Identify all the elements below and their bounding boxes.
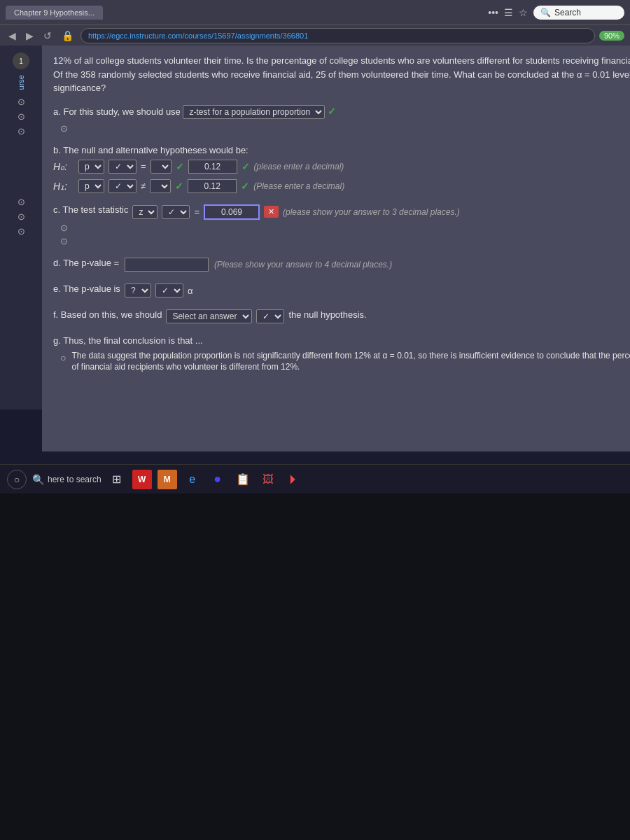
part-a-checkmark: ✓ xyxy=(328,106,336,117)
part-c: c. The test statistic z ✓ = ✕ (please sh… xyxy=(53,204,630,246)
h1-value-input[interactable] xyxy=(188,179,237,193)
search-magnifier-icon: 🔍 xyxy=(32,474,44,485)
part-f-suffix: the null hypothesis. xyxy=(288,309,366,320)
star-icon[interactable]: ☆ xyxy=(519,7,528,18)
desktop-area xyxy=(0,493,630,840)
taskbar-grid-icon[interactable]: ⊞ xyxy=(107,470,127,489)
part-d: d. The p-value = (Please show your answe… xyxy=(53,258,630,272)
h1-value-checkmark: ✓ xyxy=(241,181,249,192)
part-b: b. The null and alternative hypotheses w… xyxy=(53,145,630,193)
h0-value-checkmark: ✓ xyxy=(241,161,250,172)
test-stat-symbol-select[interactable]: z xyxy=(132,205,158,219)
part-a: a. For this study, we should use z-test … xyxy=(53,105,630,134)
h0-blank-select[interactable] xyxy=(150,160,172,174)
part-a-radio[interactable]: ⊙ xyxy=(60,123,68,134)
part-e: e. The p-value is ? < > = ✓ α xyxy=(53,284,630,298)
conclusion-text: The data suggest the population proporti… xyxy=(71,350,630,374)
browser-tab[interactable]: Chapter 9 Hypothesis... xyxy=(6,6,103,20)
address-input[interactable] xyxy=(80,28,595,43)
lock-icon: 🔒 xyxy=(59,29,76,43)
start-button[interactable]: ○ xyxy=(7,470,27,489)
browser-top-bar: Chapter 9 Hypothesis... ••• ☰ ☆ 🔍 Search xyxy=(0,0,630,24)
part-e-label: e. The p-value is xyxy=(53,284,120,294)
test-stat-input[interactable] xyxy=(204,204,260,220)
taskbar-edge-icon[interactable]: e xyxy=(183,470,202,489)
part-a-text: a. For this study, we should use xyxy=(53,106,181,117)
h0-checkmark: ✓ xyxy=(176,161,184,172)
taskbar-word-icon[interactable]: W xyxy=(132,470,152,489)
conclusion-option: ○ The data suggest the population propor… xyxy=(60,350,630,374)
search-box[interactable]: 🔍 Search xyxy=(533,6,624,20)
h0-label: H₀: xyxy=(53,161,74,172)
part-f-label: f. Based on this, we should xyxy=(53,309,162,320)
part-a-select[interactable]: z-test for a population proportion xyxy=(183,105,325,119)
sidebar-left: 1 urse ⊙ ⊙ ⊙ ⊙ ⊙ ⊙ xyxy=(0,46,42,410)
pvalue-note: (Please show your answer to 4 decimal pl… xyxy=(214,260,392,270)
address-bar-row: ◀ ▶ ↺ 🔒 90% xyxy=(0,24,630,46)
refresh-button[interactable]: ↺ xyxy=(41,29,55,43)
read-icon[interactable]: ☰ xyxy=(504,7,513,18)
h1-neq-label: ≠ xyxy=(141,181,146,191)
h1-symbol-select[interactable]: p xyxy=(78,179,104,193)
h1-operator-select[interactable]: ✓ xyxy=(108,179,136,193)
taskbar-search-area: 🔍 here to search xyxy=(32,474,102,485)
h1-row: H₁: p ✓ ≠ ✓ ✓ (Please enter a decimal) xyxy=(53,179,630,193)
part-g-label: g. Thus, the final conclusion is that ..… xyxy=(53,335,630,346)
taskbar-media-icon[interactable]: ⏵ xyxy=(284,470,303,489)
part-f-select[interactable]: Select an answer reject fail to reject xyxy=(166,309,252,323)
conclusion-radio[interactable]: ○ xyxy=(60,351,66,365)
part-e-check-select[interactable]: ✓ xyxy=(155,284,183,298)
h1-checkmark: ✓ xyxy=(175,181,183,192)
sidebar-radio-1[interactable]: ⊙ xyxy=(18,97,25,107)
part-e-compare-select[interactable]: ? < > = xyxy=(125,284,151,298)
h1-label: H₁: xyxy=(53,181,74,192)
sidebar-label: urse xyxy=(17,75,25,90)
tab-area: Chapter 9 Hypothesis... xyxy=(6,6,484,20)
h0-operator-select[interactable]: ✓ = xyxy=(108,160,136,174)
search-icon: 🔍 xyxy=(540,8,551,18)
part-c-label: c. The test statistic xyxy=(53,204,128,215)
taskbar: ○ 🔍 here to search ⊞ W M e ● 📋 🖼 ⏵ xyxy=(0,464,630,493)
h1-placeholder: (Please enter a decimal) xyxy=(253,181,344,191)
part-f: f. Based on this, we should Select an an… xyxy=(53,309,630,324)
clear-button[interactable]: ✕ xyxy=(264,206,279,218)
test-stat-row: c. The test statistic z ✓ = ✕ (please sh… xyxy=(53,204,630,220)
taskbar-blue-icon[interactable]: ● xyxy=(208,470,227,489)
zoom-badge[interactable]: 90% xyxy=(599,31,624,41)
part-a-label: a. For this study, we should use z-test … xyxy=(53,105,630,119)
part-e-alpha: α xyxy=(188,286,193,296)
pvalue-input[interactable] xyxy=(125,258,209,272)
sidebar-radio-5[interactable]: ⊙ xyxy=(18,211,25,222)
h0-row: H₀: p ✓ = = ✓ ✓ (please enter a decimal) xyxy=(53,160,630,174)
browser-icons: ••• ☰ ☆ 🔍 Search xyxy=(488,6,624,20)
course-badge[interactable]: 1 xyxy=(13,52,29,69)
question-intro: 12% of all college students volunteer th… xyxy=(53,54,630,95)
part-g: g. Thus, the final conclusion is that ..… xyxy=(53,335,630,374)
h1-blank-select[interactable] xyxy=(150,179,171,193)
h0-value-input[interactable] xyxy=(188,160,237,174)
search-label: Search xyxy=(554,8,581,18)
part-b-label: b. The null and alternative hypotheses w… xyxy=(53,145,630,155)
sidebar-radio-6[interactable]: ⊙ xyxy=(18,226,25,237)
h0-symbol-select[interactable]: p xyxy=(78,160,104,174)
forward-button[interactable]: ▶ xyxy=(23,29,36,43)
part-c-radio-1[interactable]: ⊙ xyxy=(60,223,68,233)
sidebar-radio-2[interactable]: ⊙ xyxy=(18,111,25,122)
part-d-label: d. The p-value = xyxy=(53,258,119,268)
test-stat-note: (please show your answer to 3 decimal pl… xyxy=(283,207,460,217)
test-stat-eq: = xyxy=(194,206,200,217)
more-icon[interactable]: ••• xyxy=(488,7,498,18)
part-f-check-select[interactable]: ✓ xyxy=(256,309,284,323)
taskbar-file-icon[interactable]: 📋 xyxy=(233,470,253,489)
h0-placeholder: (please enter a decimal) xyxy=(254,162,344,172)
taskbar-mail-icon[interactable]: M xyxy=(158,470,177,489)
taskbar-search-label[interactable]: here to search xyxy=(48,475,102,484)
test-stat-check-select[interactable]: ✓ xyxy=(162,205,190,219)
back-button[interactable]: ◀ xyxy=(6,29,19,43)
part-c-radio-2[interactable]: ⊙ xyxy=(60,236,68,246)
h0-eq-label: = xyxy=(141,161,146,172)
sidebar-radio-4[interactable]: ⊙ xyxy=(18,197,25,207)
taskbar-photo-icon[interactable]: 🖼 xyxy=(258,470,278,489)
main-content: 12% of all college students volunteer th… xyxy=(42,46,630,451)
sidebar-radio-3[interactable]: ⊙ xyxy=(18,126,25,136)
